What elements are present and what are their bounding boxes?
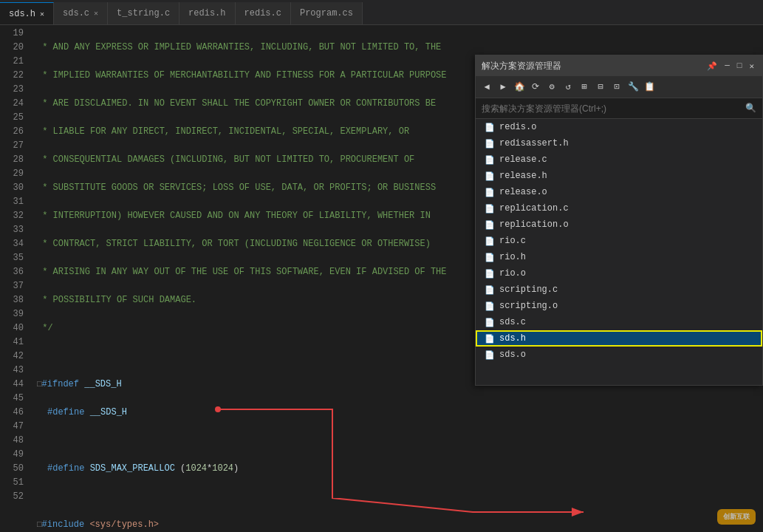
tab-label: sds.h xyxy=(9,9,35,19)
tab-redis-h[interactable]: redis.h xyxy=(179,2,235,24)
list-item[interactable]: 📄 sds.o xyxy=(476,347,762,363)
file-name: scripting.o xyxy=(499,301,558,311)
file-list: 📄 redis.o 📄 redisassert.h 📄 release.c 📄 … xyxy=(476,119,762,385)
view-icon[interactable]: ⊡ xyxy=(610,81,623,94)
collapse-icon[interactable]: ⊟ xyxy=(594,81,607,94)
close-icon[interactable]: ✕ xyxy=(40,10,44,18)
file-icon: 📄 xyxy=(485,171,495,181)
list-item[interactable]: 📄 redisassert.h xyxy=(476,135,762,151)
minimize-icon[interactable]: ─ xyxy=(722,61,732,71)
file-name: redisassert.h xyxy=(499,138,569,149)
panel-title: 解决方案资源管理器 xyxy=(482,60,700,72)
file-name: rio.o xyxy=(499,268,526,279)
tab-label: t_string.c xyxy=(117,8,170,18)
file-name: release.h xyxy=(499,171,547,181)
expand-icon[interactable]: ⊞ xyxy=(578,81,591,94)
file-icon: 📄 xyxy=(485,318,495,327)
file-icon: 📄 xyxy=(485,236,495,246)
tab-sds-c[interactable]: sds.c ✕ xyxy=(54,2,108,24)
list-item[interactable]: 📄 rio.c xyxy=(476,233,762,249)
file-icon: 📄 xyxy=(485,220,495,230)
file-name: rio.h xyxy=(499,252,526,262)
tab-sds-h[interactable]: sds.h ✕ xyxy=(0,2,54,24)
list-item[interactable]: 📄 release.c xyxy=(476,151,762,168)
forward-icon[interactable]: ▶ xyxy=(496,81,510,94)
close-panel-icon[interactable]: ✕ xyxy=(747,61,756,72)
file-icon: 📄 xyxy=(485,350,495,360)
tab-label: Program.cs xyxy=(300,8,353,18)
search-input[interactable] xyxy=(482,103,741,114)
file-name: sds.o xyxy=(499,349,526,360)
file-name: rio.c xyxy=(499,236,526,246)
list-item[interactable]: 📄 scripting.o xyxy=(476,298,762,314)
search-icon[interactable]: 🔍 xyxy=(745,103,756,114)
editor: 19 20 21 22 23 24 25 26 27 28 29 30 31 3… xyxy=(0,25,763,532)
panel-controls: 📌 ─ □ ✕ xyxy=(705,61,756,72)
list-item[interactable]: 📄 scripting.c xyxy=(476,282,762,298)
file-icon: 📄 xyxy=(485,188,495,197)
refresh-icon[interactable]: ↺ xyxy=(561,81,575,94)
file-icon: 📄 xyxy=(485,155,495,165)
tab-t-string-c[interactable]: t_string.c xyxy=(108,2,179,24)
list-item[interactable]: 📄 sds.c xyxy=(476,314,762,330)
list-item[interactable]: 📄 rio.h xyxy=(476,249,762,265)
tab-redis-c[interactable]: redis.c xyxy=(236,2,291,24)
close-icon[interactable]: ✕ xyxy=(94,9,98,18)
line-numbers: 19 20 21 22 23 24 25 26 27 28 29 30 31 3… xyxy=(0,25,30,532)
list-item[interactable]: 📄 replication.o xyxy=(476,216,762,233)
file-name: replication.o xyxy=(499,219,569,230)
tab-label: redis.h xyxy=(188,8,225,18)
watermark: 创新互联 xyxy=(717,509,756,525)
list-item[interactable]: 📄 redis.o xyxy=(476,119,762,135)
panel-titlebar: 解决方案资源管理器 📌 ─ □ ✕ xyxy=(476,55,762,76)
pin-icon[interactable]: 📌 xyxy=(705,61,719,72)
list-item[interactable]: 📄 rio.o xyxy=(476,265,762,282)
file-icon: 📄 xyxy=(485,123,495,132)
props-icon[interactable]: 🔧 xyxy=(626,81,640,94)
tab-label: redis.c xyxy=(244,8,281,18)
file-name: sds.h xyxy=(499,333,526,344)
solution-explorer-panel: 解决方案资源管理器 📌 ─ □ ✕ ◀ ▶ 🏠 ⟳ ⚙ ↺ ⊞ ⊟ ⊡ 🔧 📋 … xyxy=(475,55,763,386)
file-name: release.o xyxy=(499,187,547,197)
tab-bar: sds.h ✕ sds.c ✕ t_string.c redis.h redis… xyxy=(0,0,763,25)
file-name: sds.c xyxy=(499,317,526,327)
maximize-icon[interactable]: □ xyxy=(735,61,745,71)
file-name: release.c xyxy=(499,154,547,165)
sync-icon[interactable]: ⟳ xyxy=(529,81,542,94)
panel-toolbar: ◀ ▶ 🏠 ⟳ ⚙ ↺ ⊞ ⊟ ⊡ 🔧 📋 xyxy=(476,76,762,98)
file-name: scripting.c xyxy=(499,284,558,295)
panel-search: 🔍 xyxy=(476,98,762,119)
tab-label: sds.c xyxy=(63,8,89,18)
list-item-selected[interactable]: 📄 sds.h xyxy=(476,330,762,347)
list-item[interactable]: 📄 release.o xyxy=(476,184,762,200)
back-icon[interactable]: ◀ xyxy=(480,81,493,94)
file-name: replication.c xyxy=(499,203,569,214)
file-icon: 📄 xyxy=(485,139,495,149)
file-icon: 📄 xyxy=(485,285,495,295)
list-item[interactable]: 📄 replication.c xyxy=(476,200,762,216)
file-icon: 📄 xyxy=(485,269,495,279)
file-icon: 📄 xyxy=(485,204,495,214)
file-name: redis.o xyxy=(499,122,536,132)
file-icon: 📄 xyxy=(485,301,495,311)
list-item[interactable]: 📄 release.h xyxy=(476,168,762,184)
props2-icon[interactable]: 📋 xyxy=(643,81,656,94)
file-icon: 📄 xyxy=(485,253,495,262)
home-icon[interactable]: 🏠 xyxy=(513,81,526,94)
watermark-logo: 创新互联 xyxy=(723,512,750,522)
file-icon: 📄 xyxy=(485,334,495,344)
settings1-icon[interactable]: ⚙ xyxy=(545,81,558,94)
tab-program-cs[interactable]: Program.cs xyxy=(291,2,363,24)
